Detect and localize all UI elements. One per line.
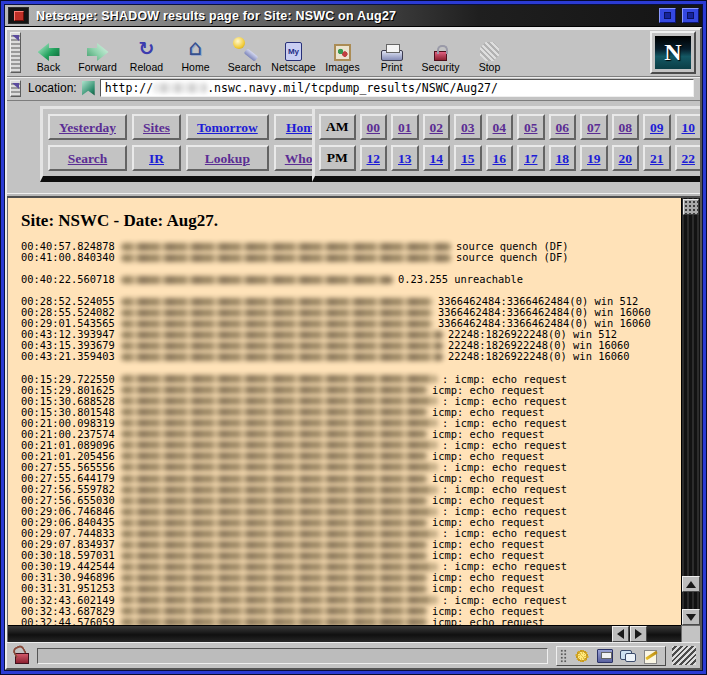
window-title: Netscape: SHADOW results page for Site: …	[36, 9, 653, 23]
nav-cell: Tomorrow	[186, 114, 269, 140]
toolbar-back-button[interactable]: Back	[24, 31, 73, 74]
hour-link-00[interactable]: 00	[367, 120, 381, 135]
location-collapse-handle[interactable]	[10, 80, 21, 97]
vertical-scrollbar[interactable]	[681, 198, 700, 625]
horizontal-scrollbar[interactable]	[8, 625, 681, 642]
nav-link-tomorrow[interactable]: Tomorrow	[197, 120, 258, 135]
redacted-text	[121, 331, 443, 339]
log-blank-line	[21, 363, 681, 374]
scroll-up-button[interactable]	[682, 576, 700, 592]
redacted-text	[121, 530, 437, 538]
hour-link-12[interactable]: 12	[367, 151, 381, 166]
log-line: 00:15:29.722550: icmp: echo request	[21, 374, 681, 385]
navigator-icon[interactable]	[574, 649, 590, 663]
hour-link-18[interactable]: 18	[556, 151, 570, 166]
title-bar[interactable]: Netscape: SHADOW results page for Site: …	[5, 5, 702, 27]
hour-link-09[interactable]: 09	[650, 120, 664, 135]
nav-link-lookup[interactable]: Lookup	[205, 151, 250, 166]
toolbar-collapse-handle[interactable]	[10, 32, 21, 73]
redacted-text	[121, 320, 433, 328]
hour-link-20[interactable]: 20	[619, 151, 633, 166]
toolbar-netscape-button[interactable]: Netscape	[269, 31, 318, 74]
nav-link-ir[interactable]: IR	[149, 151, 164, 166]
log-timestamp: 00:15:29.801625	[21, 385, 117, 396]
hour-link-07[interactable]: 07	[587, 120, 601, 135]
redacted-text	[121, 618, 427, 625]
hour-link-01[interactable]: 01	[398, 120, 412, 135]
toolbar-security-button[interactable]: Security	[416, 31, 465, 74]
hour-link-14[interactable]: 14	[430, 151, 444, 166]
resize-grip[interactable]	[672, 646, 696, 665]
log-blank-line	[21, 263, 681, 274]
hour-link-04[interactable]: 04	[493, 120, 507, 135]
toolbar-search-button[interactable]: Search	[220, 31, 269, 74]
discussions-icon[interactable]	[620, 649, 636, 663]
hour-link-08[interactable]: 08	[619, 120, 633, 135]
hour-cell: 02	[423, 114, 451, 140]
nav-link-search[interactable]: Search	[68, 151, 108, 166]
hour-link-05[interactable]: 05	[524, 120, 538, 135]
hour-link-02[interactable]: 02	[430, 120, 444, 135]
nav-cell: Lookup	[186, 145, 269, 171]
bookmark-icon[interactable]	[82, 81, 95, 96]
iconify-button[interactable]	[659, 8, 676, 23]
scroll-left-button[interactable]	[612, 626, 629, 642]
component-bar-drag-handle[interactable]	[560, 649, 567, 663]
status-message-field	[37, 648, 548, 664]
redacted-text	[121, 342, 443, 350]
hour-link-19[interactable]: 19	[587, 151, 601, 166]
up-arrow-icon	[686, 581, 696, 588]
hour-link-22[interactable]: 22	[682, 151, 696, 166]
toolbar-security-label: Security	[422, 61, 460, 73]
maximize-button[interactable]	[682, 8, 699, 23]
back-icon	[38, 43, 60, 61]
log-line: 00:32:44.576059icmp: echo request	[21, 617, 681, 625]
log-line: 00:32:43.602149: icmp: echo request	[21, 595, 681, 606]
log-line: 00:29:07.744833: icmp: echo request	[21, 528, 681, 539]
results-frame: Site: NSWC - Date: Aug27. 00:40:57.82487…	[7, 198, 700, 642]
down-arrow-icon	[686, 614, 696, 621]
search-icon	[230, 35, 260, 61]
hours-table: AM000102030405060708091011PM121314151617…	[312, 106, 700, 182]
log-line: 00:30:18.597031icmp: echo request	[21, 550, 681, 561]
hour-link-06[interactable]: 06	[556, 120, 570, 135]
toolbar-print-button[interactable]: Print	[367, 31, 416, 74]
toolbar-images-button[interactable]: Images	[318, 31, 367, 74]
redacted-text	[121, 596, 437, 604]
hour-link-03[interactable]: 03	[461, 120, 475, 135]
nav-link-yesterday[interactable]: Yesterday	[59, 120, 116, 135]
hour-cell: 13	[391, 145, 419, 171]
scroll-down-button[interactable]	[682, 609, 700, 625]
hours-row-label-am: AM	[319, 114, 356, 140]
hour-cell: 06	[549, 114, 577, 140]
hour-link-16[interactable]: 16	[493, 151, 507, 166]
composer-icon[interactable]	[643, 649, 659, 663]
vertical-scrollbar-thumb[interactable]	[683, 199, 699, 215]
toolbar-home-button[interactable]: Home	[171, 31, 220, 74]
hour-link-17[interactable]: 17	[524, 151, 538, 166]
netscape-window: Netscape: SHADOW results page for Site: …	[0, 0, 707, 675]
hour-link-13[interactable]: 13	[398, 151, 412, 166]
netscape-logo-button[interactable]: N	[650, 31, 696, 74]
mailbox-icon[interactable]	[597, 649, 613, 663]
redacted-text	[121, 408, 427, 416]
nav-link-sites[interactable]: Sites	[143, 120, 170, 135]
log-line: 00:21:00.237574icmp: echo request	[21, 429, 681, 440]
scroll-right-button[interactable]	[630, 626, 647, 642]
redacted-text	[121, 508, 437, 516]
redacted-text	[121, 309, 433, 317]
redacted-text	[121, 519, 427, 527]
window-menu-button[interactable]	[8, 7, 29, 24]
log-line: 00:29:06.840435icmp: echo request	[21, 517, 681, 528]
hour-link-15[interactable]: 15	[461, 151, 475, 166]
url-input[interactable]: http://.nswc.navy.mil/tcpdump_results/NS…	[100, 79, 694, 97]
security-padlock-icon[interactable]	[15, 653, 29, 664]
log-line: 00:32:43.687829icmp: echo request	[21, 606, 681, 617]
toolbar-buttons: BackForwardReloadHomeSearchNetscapeImage…	[24, 31, 514, 74]
hour-cell: 01	[391, 114, 419, 140]
hour-link-21[interactable]: 21	[650, 151, 664, 166]
toolbar-stop-button[interactable]: Stop	[465, 31, 514, 74]
toolbar-forward-button[interactable]: Forward	[73, 31, 122, 74]
toolbar-reload-button[interactable]: Reload	[122, 31, 171, 74]
hour-link-10[interactable]: 10	[682, 120, 696, 135]
